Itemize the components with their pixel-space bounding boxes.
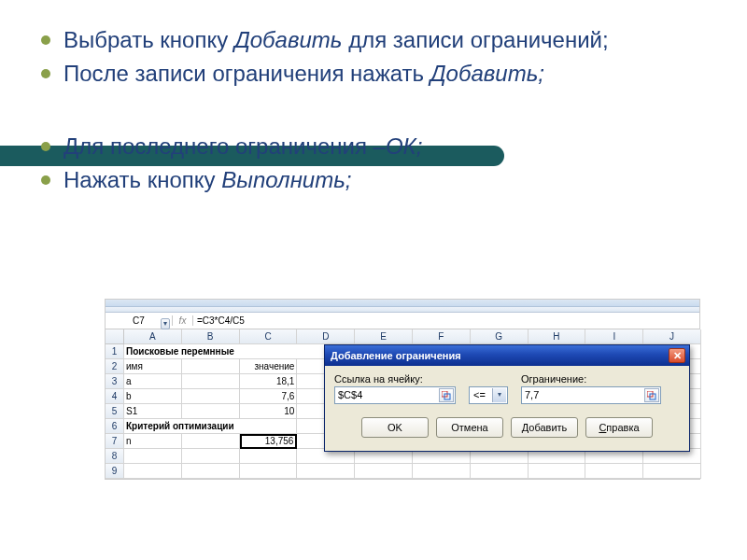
bullet-4: Нажать кнопку Выполнить; bbox=[63, 166, 710, 194]
row-header[interactable]: 9 bbox=[106, 464, 124, 479]
cell[interactable]: 10 bbox=[240, 404, 298, 419]
cell[interactable]: 7,6 bbox=[240, 389, 298, 404]
text: Нажать кнопку bbox=[63, 167, 221, 192]
cell[interactable]: 18,1 bbox=[240, 374, 298, 389]
cell[interactable]: значение bbox=[240, 359, 298, 374]
select-all-corner[interactable] bbox=[106, 329, 124, 344]
cell[interactable] bbox=[471, 464, 529, 479]
bullet-2: После записи ограничения нажать Добавить… bbox=[63, 60, 710, 88]
col-header[interactable]: I bbox=[585, 329, 643, 344]
cell[interactable]: b bbox=[124, 389, 182, 404]
cell[interactable] bbox=[182, 404, 240, 419]
dialog-title: Добавление ограничения bbox=[331, 350, 669, 361]
cell[interactable] bbox=[124, 464, 182, 479]
row-header[interactable]: 6 bbox=[106, 419, 124, 434]
constraint-input[interactable]: 7,7 bbox=[521, 386, 661, 404]
cell[interactable] bbox=[182, 464, 240, 479]
operator-select[interactable]: <= ▾ bbox=[469, 386, 508, 404]
dialog-body: Ссылка на ячейку: $C$4 <= ▾ Огран bbox=[325, 366, 689, 451]
text: для записи ограничений; bbox=[342, 27, 608, 52]
help-button[interactable]: Справка bbox=[585, 417, 653, 438]
col-header[interactable]: E bbox=[355, 329, 413, 344]
row-header[interactable]: 5 bbox=[106, 404, 124, 419]
col-header[interactable]: B bbox=[182, 329, 240, 344]
cell[interactable]: a bbox=[124, 374, 182, 389]
text-italic: ОК; bbox=[386, 133, 422, 159]
refedit-icon[interactable] bbox=[644, 388, 659, 402]
cell[interactable] bbox=[643, 464, 701, 479]
cell-reference: C7 bbox=[133, 315, 145, 326]
cell[interactable] bbox=[240, 449, 298, 464]
dialog-titlebar[interactable]: Добавление ограничения ✕ bbox=[325, 345, 689, 366]
cell[interactable] bbox=[182, 434, 240, 449]
cell[interactable] bbox=[585, 464, 643, 479]
cell[interactable] bbox=[182, 359, 240, 374]
col-header[interactable]: A bbox=[124, 329, 182, 344]
cell[interactable] bbox=[240, 464, 298, 479]
col-header[interactable]: G bbox=[471, 329, 529, 344]
cell[interactable]: Поисковые перемнные bbox=[124, 344, 355, 359]
cell[interactable] bbox=[182, 389, 240, 404]
constraint-label: Ограничение: bbox=[521, 373, 661, 385]
text: После записи ограничения нажать bbox=[63, 61, 430, 86]
cell[interactable] bbox=[124, 449, 182, 464]
bullet-3: Для последнего ограничения –ОК; bbox=[63, 133, 710, 161]
cell-ref-value: $C$4 bbox=[338, 389, 362, 400]
ok-button[interactable]: OK bbox=[361, 417, 429, 438]
add-constraint-dialog: Добавление ограничения ✕ Ссылка на ячейк… bbox=[324, 344, 690, 452]
row-header[interactable]: 2 bbox=[106, 359, 124, 374]
cell[interactable]: S1 bbox=[124, 404, 182, 419]
cell[interactable] bbox=[182, 449, 240, 464]
cell-selected[interactable]: 13,756 bbox=[240, 434, 298, 449]
text-italic: Выполнить; bbox=[221, 167, 351, 192]
bullet-1: Выбрать кнопку Добавить для записи огран… bbox=[63, 26, 710, 54]
cell[interactable]: имя bbox=[124, 359, 182, 374]
cancel-button[interactable]: Отмена bbox=[436, 417, 503, 438]
col-header[interactable]: H bbox=[529, 329, 586, 344]
chevron-down-icon[interactable]: ▾ bbox=[161, 318, 170, 329]
refedit-icon[interactable] bbox=[439, 388, 454, 402]
add-button[interactable]: Добавить bbox=[511, 417, 578, 438]
fx-icon[interactable]: fx bbox=[173, 315, 193, 326]
chevron-down-icon[interactable]: ▾ bbox=[492, 388, 506, 402]
cell[interactable]: Критерий оптимизации bbox=[124, 419, 297, 434]
cell[interactable] bbox=[413, 464, 471, 479]
operator-value: <= bbox=[473, 389, 486, 400]
row-header[interactable]: 3 bbox=[106, 374, 124, 389]
cell[interactable] bbox=[355, 464, 413, 479]
row-header[interactable]: 4 bbox=[106, 389, 124, 404]
excel-screenshot: C7 ▾ fx =C3*C4/C5 A B C D E F G H I J 1 … bbox=[105, 299, 700, 480]
formula-bar: C7 ▾ fx =C3*C4/C5 bbox=[106, 313, 699, 329]
text: Выбрать кнопку bbox=[63, 27, 234, 52]
cell[interactable] bbox=[182, 374, 240, 389]
cell[interactable] bbox=[297, 464, 355, 479]
col-header[interactable]: D bbox=[297, 329, 355, 344]
name-box[interactable]: C7 ▾ bbox=[106, 315, 173, 326]
row-header[interactable]: 8 bbox=[106, 449, 124, 464]
row-header[interactable]: 1 bbox=[106, 344, 124, 359]
cell-ref-input[interactable]: $C$4 bbox=[334, 386, 456, 404]
toolbar-strip bbox=[106, 300, 699, 307]
text-italic: Добавить bbox=[234, 27, 343, 52]
formula-input[interactable]: =C3*C4/C5 bbox=[193, 315, 245, 326]
close-button[interactable]: ✕ bbox=[669, 348, 685, 363]
col-header[interactable]: C bbox=[240, 329, 298, 344]
cell[interactable] bbox=[529, 464, 586, 479]
cell[interactable]: n bbox=[124, 434, 182, 449]
constraint-value: 7,7 bbox=[525, 389, 539, 400]
col-header[interactable]: J bbox=[643, 329, 701, 344]
col-header[interactable]: F bbox=[413, 329, 471, 344]
cell-ref-label: Ссылка на ячейку: bbox=[334, 373, 456, 385]
text: Для последнего ограничения – bbox=[63, 133, 386, 159]
row-header[interactable]: 7 bbox=[106, 434, 124, 449]
text-italic: Добавить; bbox=[430, 61, 544, 86]
